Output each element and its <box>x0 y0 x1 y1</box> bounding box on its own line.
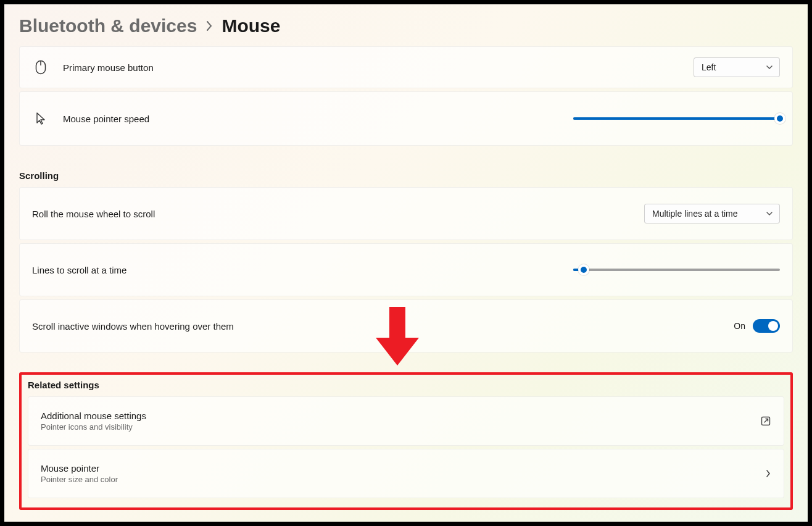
link-additional-mouse-settings[interactable]: Additional mouse settings Pointer icons … <box>28 396 784 446</box>
link-title: Mouse pointer <box>41 463 118 474</box>
annotation-highlight-box: Related settings Additional mouse settin… <box>19 372 793 510</box>
link-title: Additional mouse settings <box>41 411 146 421</box>
setting-label: Primary mouse button <box>63 62 154 73</box>
primary-button-dropdown[interactable]: Left <box>694 57 780 77</box>
page-title: Mouse <box>222 15 280 36</box>
dropdown-value: Multiple lines at a time <box>652 209 738 219</box>
breadcrumb: Bluetooth & devices Mouse <box>19 15 793 36</box>
chevron-right-icon <box>765 469 771 478</box>
slider-fill <box>573 117 780 120</box>
setting-inactive-scroll: Scroll inactive windows when hovering ov… <box>19 299 793 353</box>
mouse-icon <box>32 60 49 75</box>
slider-thumb[interactable] <box>578 264 589 275</box>
slider-track <box>573 269 780 271</box>
setting-label: Lines to scroll at a time <box>32 265 126 275</box>
dropdown-value: Left <box>702 62 716 72</box>
toggle-state-label: On <box>734 321 745 331</box>
open-external-icon <box>760 415 771 427</box>
pointer-speed-slider[interactable] <box>573 112 780 125</box>
setting-label: Mouse pointer speed <box>63 114 149 124</box>
setting-label: Scroll inactive windows when hovering ov… <box>32 321 234 332</box>
lines-scroll-slider[interactable] <box>573 264 780 276</box>
inactive-scroll-toggle[interactable]: On <box>734 319 780 333</box>
setting-pointer-speed: Mouse pointer speed <box>19 91 793 146</box>
section-heading-related: Related settings <box>28 380 784 390</box>
link-subtitle: Pointer size and color <box>41 475 118 484</box>
breadcrumb-parent[interactable]: Bluetooth & devices <box>19 15 197 36</box>
cursor-icon <box>32 112 49 125</box>
toggle-knob <box>768 321 778 331</box>
settings-mouse-page: Bluetooth & devices Mouse Primary mouse … <box>0 0 812 526</box>
setting-label: Roll the mouse wheel to scroll <box>32 209 155 219</box>
chevron-down-icon <box>766 65 773 70</box>
chevron-right-icon <box>205 20 213 31</box>
link-subtitle: Pointer icons and visibility <box>41 422 146 432</box>
toggle-switch[interactable] <box>753 319 780 333</box>
wheel-scroll-dropdown[interactable]: Multiple lines at a time <box>644 204 780 223</box>
slider-thumb[interactable] <box>774 113 785 124</box>
chevron-down-icon <box>766 211 773 216</box>
section-heading-scrolling: Scrolling <box>19 170 793 181</box>
setting-primary-mouse-button: Primary mouse button Left <box>19 46 793 88</box>
link-mouse-pointer[interactable]: Mouse pointer Pointer size and color <box>28 449 784 498</box>
setting-lines-scroll: Lines to scroll at a time <box>19 243 793 296</box>
setting-wheel-scroll: Roll the mouse wheel to scroll Multiple … <box>19 187 793 240</box>
